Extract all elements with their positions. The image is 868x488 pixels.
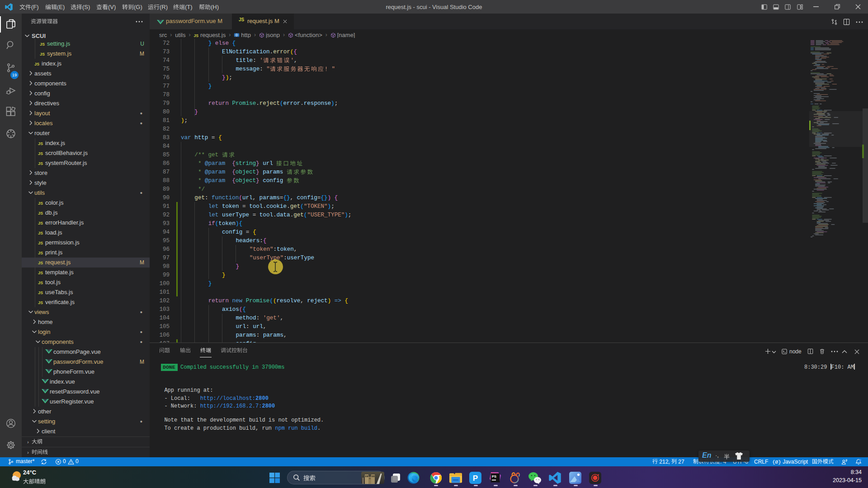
svg-text:P: P [473, 474, 478, 483]
svg-text:PS: PS [492, 474, 496, 479]
